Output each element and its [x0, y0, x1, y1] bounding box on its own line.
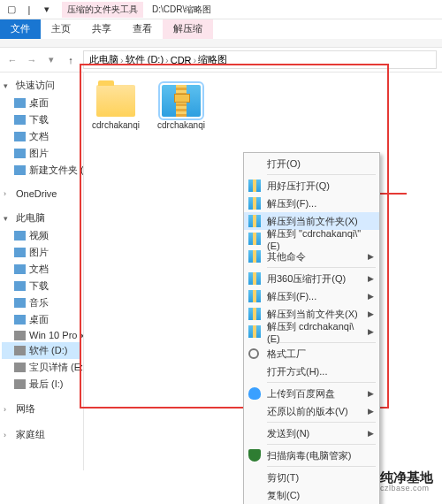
submenu-arrow-icon: ▶ — [368, 292, 374, 301]
nav-bar: ← → ▾ ↑ 此电脑› 软件 (D:)› CDR› 缩略图 — [0, 48, 442, 73]
chevron-right-icon: › — [194, 55, 197, 65]
menu-item[interactable]: 剪切(T) — [244, 469, 379, 486]
sidebar-item[interactable]: 下载 — [2, 111, 81, 128]
sidebar-item[interactable]: 文档 — [2, 128, 81, 145]
qat-divider: | — [21, 2, 37, 18]
menu-item-label: 解压到当前文件夹(X) — [267, 308, 358, 321]
menu-item-label: 解压到 cdrchakanqi\ (E) — [267, 320, 363, 344]
sidebar-item[interactable]: 下载 — [2, 278, 81, 294]
tab-view[interactable]: 查看 — [122, 19, 163, 39]
menu-item[interactable]: 还原以前的版本(V)▶ — [244, 402, 379, 420]
sidebar-item[interactable]: 桌面 — [2, 95, 81, 111]
sidebar-item[interactable]: 视频 — [2, 227, 81, 244]
sidebar-item[interactable]: 图片 — [2, 145, 81, 162]
back-icon[interactable]: ← — [5, 53, 19, 67]
menu-item[interactable]: 扫描病毒(电脑管家) — [244, 447, 379, 464]
sidebar-item[interactable]: 图片 — [2, 244, 81, 261]
archive-icon — [248, 197, 261, 210]
drive-icon — [14, 264, 26, 274]
network-header[interactable]: ›网络 — [2, 400, 81, 418]
menu-item[interactable]: 用360压缩打开(Q)▶ — [244, 270, 379, 287]
watermark-url: czlbase.com — [380, 485, 433, 493]
onedrive-header[interactable]: ›OneDrive — [2, 186, 81, 202]
menu-item[interactable]: 用好压打开(Q) — [244, 177, 379, 195]
drive-icon — [14, 363, 26, 372]
menu-item[interactable]: 解压到(F)... — [244, 195, 379, 212]
archive-icon — [248, 325, 261, 338]
sidebar-item-label: 新建文件夹 (8) — [29, 164, 84, 177]
menu-item[interactable]: 格式工厂 — [244, 345, 379, 363]
tab-extract[interactable]: 解压缩 — [163, 19, 213, 39]
menu-item-label: 解压到(F)... — [267, 197, 316, 210]
menu-item[interactable]: 上传到百度网盘▶ — [244, 385, 379, 402]
sidebar-item[interactable]: 桌面 — [2, 311, 81, 328]
sidebar-item[interactable]: 宝贝详情 (E:) — [2, 359, 81, 376]
menu-item[interactable]: 发送到(N)▶ — [244, 424, 379, 442]
nav-tree: ▾快速访问 桌面下载文档图片新建文件夹 (8) ›OneDrive ▾此电脑 视… — [0, 73, 84, 470]
archive-item[interactable]: cdrchakanqi — [156, 85, 206, 130]
tab-home[interactable]: 主页 — [41, 19, 81, 39]
cloud-icon — [248, 387, 261, 400]
sidebar-item[interactable]: 文档 — [2, 261, 81, 278]
folder-icon — [96, 85, 135, 117]
chevron-down-icon: ▾ — [4, 81, 11, 90]
submenu-arrow-icon: ▶ — [368, 274, 374, 283]
menu-item[interactable]: 解压到 cdrchakanqi\ (E)▶ — [244, 323, 379, 340]
quick-access-header[interactable]: ▾快速访问 — [2, 76, 81, 95]
drive-icon — [14, 379, 26, 389]
window-title-path: D:\CDR\缩略图 — [152, 4, 211, 16]
sidebar-item-label: 最后 (I:) — [29, 378, 64, 391]
drive-icon — [14, 281, 26, 291]
archive-icon — [248, 215, 261, 227]
sidebar-item[interactable]: 新建文件夹 (8) — [2, 162, 81, 179]
breadcrumb-segment[interactable]: 此电脑 — [89, 53, 118, 66]
file-pane[interactable]: cdrchakanqicdrchakanqi 打开(O) 用好压打开(Q)解压到… — [84, 73, 442, 470]
shield-icon — [248, 449, 261, 462]
tab-file[interactable]: 文件 — [0, 19, 41, 39]
breadcrumb[interactable]: 此电脑› 软件 (D:)› CDR› 缩略图 — [83, 50, 437, 69]
submenu-arrow-icon: ▶ — [368, 389, 374, 398]
drive-icon — [14, 315, 26, 325]
sidebar-item-label: 文档 — [29, 130, 49, 143]
sidebar-item-label: 音乐 — [29, 296, 49, 309]
menu-open[interactable]: 打开(O) — [244, 155, 379, 172]
archive-icon — [248, 272, 261, 285]
archive-icon — [248, 290, 261, 302]
homegroup-header[interactable]: ›家庭组 — [2, 425, 81, 444]
drive-icon — [14, 248, 26, 257]
forward-icon[interactable]: → — [25, 53, 39, 67]
sidebar-item[interactable]: 最后 (I:) — [2, 376, 81, 393]
folder-icon — [14, 115, 26, 125]
breadcrumb-segment[interactable]: CDR — [171, 55, 192, 65]
up-icon[interactable]: ↑ — [64, 53, 78, 67]
menu-item-label: 还原以前的版本(V) — [267, 405, 348, 418]
menu-item-label: 解压到(F)... — [267, 290, 316, 303]
tab-share[interactable]: 共享 — [81, 19, 122, 39]
menu-separator — [267, 444, 376, 445]
submenu-arrow-icon: ▶ — [368, 327, 374, 336]
drive-icon — [14, 331, 26, 340]
menu-item[interactable]: 其他命令▶ — [244, 248, 379, 265]
sidebar-item[interactable]: 软件 (D:) — [2, 342, 81, 359]
sidebar-item[interactable]: Win 10 Pro x64 (C — [2, 328, 81, 342]
sidebar-item-label: 图片 — [29, 246, 49, 259]
folder-icon — [14, 132, 26, 141]
archive-icon — [248, 179, 261, 192]
submenu-arrow-icon: ▶ — [368, 429, 374, 438]
breadcrumb-segment[interactable]: 缩略图 — [198, 53, 227, 66]
menu-item[interactable]: 复制(C) — [244, 486, 379, 504]
menu-item[interactable]: 打开方式(H)... — [244, 363, 379, 380]
qat-dropdown-icon[interactable]: ▾ — [39, 2, 55, 18]
menu-item[interactable]: 解压到 "cdrchakanqi\"(E) — [244, 230, 379, 248]
menu-item[interactable]: 解压到(F)...▶ — [244, 287, 379, 305]
menu-separator — [267, 174, 376, 175]
recent-locations-icon[interactable]: ▾ — [44, 53, 58, 67]
folder-item[interactable]: cdrchakanqi — [91, 85, 141, 130]
ribbon-bar — [0, 39, 442, 48]
menu-item-label: 解压到当前文件夹(X) — [267, 215, 358, 228]
sidebar-item[interactable]: 音乐 — [2, 294, 81, 311]
folder-up-icon[interactable]: ▢ — [4, 2, 19, 18]
menu-item-label: 其他命令 — [267, 250, 306, 263]
breadcrumb-segment[interactable]: 软件 (D:) — [126, 53, 164, 66]
this-pc-header[interactable]: ▾此电脑 — [2, 209, 81, 227]
